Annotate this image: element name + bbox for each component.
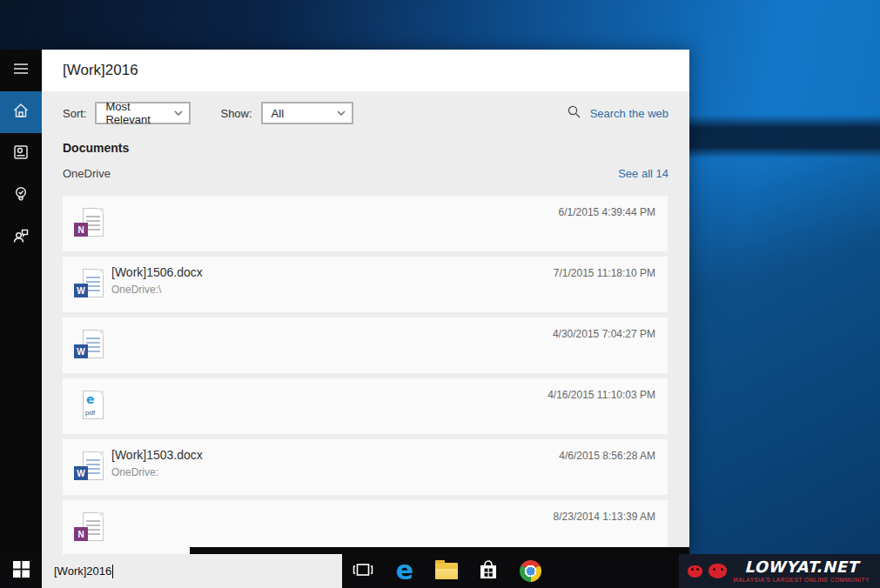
result-row[interactable]: W 4/30/2015 7:04:27 PM xyxy=(63,317,668,373)
group-label: OneDrive xyxy=(63,167,111,181)
onenote-document-icon: N xyxy=(75,511,104,545)
watermark-name: LOWYAT.NET xyxy=(744,559,858,575)
search-icon xyxy=(567,104,581,123)
person-feedback-icon xyxy=(12,227,30,248)
search-query-title: [Work]2016 xyxy=(63,62,138,79)
home-button[interactable] xyxy=(0,91,42,133)
result-subtitle: OneDrive: xyxy=(111,466,158,478)
result-date: 7/1/2015 11:18:10 PM xyxy=(554,267,655,279)
cortana-sidebar xyxy=(0,50,42,554)
text-cursor xyxy=(112,565,113,578)
lowyat-watermark: LOWYAT.NET MALAYSIA'S LARGEST ONLINE COM… xyxy=(679,554,880,588)
start-button[interactable] xyxy=(0,554,42,588)
onenote-document-icon: N xyxy=(75,207,104,240)
result-date: 4/30/2015 7:04:27 PM xyxy=(553,328,655,340)
watermark-tagline: MALAYSIA'S LARGEST ONLINE COMMUNITY xyxy=(733,577,870,583)
file-explorer-button[interactable] xyxy=(426,554,467,588)
file-explorer-icon xyxy=(435,563,458,579)
menu-button[interactable] xyxy=(0,50,42,91)
chrome-icon xyxy=(520,560,541,582)
taskbar-search-input[interactable]: [Work]2016 xyxy=(42,554,342,588)
sort-dropdown[interactable]: Most Relevant xyxy=(95,102,191,124)
notebook-button[interactable] xyxy=(0,133,42,175)
result-row[interactable]: W [Work]1503.docx OneDrive: 4/6/2015 8:5… xyxy=(63,439,668,495)
result-date: 4/16/2015 11:10:03 PM xyxy=(547,389,655,401)
edge-pdf-document-icon: e pdf xyxy=(75,390,104,423)
show-label: Show: xyxy=(220,107,252,120)
word-document-icon: W xyxy=(75,268,104,301)
result-title: [Work]1503.docx xyxy=(111,448,203,462)
store-icon xyxy=(478,558,499,585)
redaction-bar xyxy=(190,547,689,554)
result-date: 8/23/2014 1:13:39 AM xyxy=(554,511,655,523)
taskbar-search-value: [Work]2016 xyxy=(54,565,111,578)
result-date: 6/1/2015 4:39:44 PM xyxy=(559,206,655,218)
edge-icon: e xyxy=(396,559,413,583)
chrome-button[interactable] xyxy=(509,554,551,588)
word-document-icon: W xyxy=(75,451,104,484)
result-row[interactable]: e pdf 4/16/2015 11:10:03 PM xyxy=(63,378,668,434)
notebook-icon xyxy=(12,144,30,164)
panel-header: [Work]2016 xyxy=(42,50,689,91)
reminders-button[interactable] xyxy=(0,175,42,217)
show-dropdown[interactable]: All xyxy=(261,102,353,124)
show-dropdown-value: All xyxy=(272,107,284,120)
result-title: [Work]1506.docx xyxy=(111,265,203,279)
sort-label: Sort: xyxy=(63,107,86,120)
chevron-down-icon xyxy=(337,110,346,116)
lightbulb-check-icon xyxy=(12,185,30,206)
devil-face-icon xyxy=(688,565,702,578)
result-row[interactable]: W [Work]1506.docx OneDrive:\ 7/1/2015 11… xyxy=(63,257,668,312)
search-results-panel: [Work]2016 Sort: Most Relevant Show: All… xyxy=(42,50,689,554)
hamburger-icon xyxy=(12,60,30,81)
taskbar: [Work]2016 e LOWYAT.NET MALAYSIA'S LARGE… xyxy=(0,554,880,588)
devil-face-icon xyxy=(709,564,727,578)
filter-bar: Sort: Most Relevant Show: All Search the… xyxy=(42,91,689,135)
section-heading: Documents xyxy=(63,141,668,155)
sort-dropdown-value: Most Relevant xyxy=(105,100,167,126)
result-row[interactable]: N 6/1/2015 4:39:44 PM xyxy=(63,196,668,251)
edge-button[interactable]: e xyxy=(384,554,426,588)
see-all-link[interactable]: See all 14 xyxy=(618,167,668,181)
search-the-web-link[interactable]: Search the web xyxy=(567,104,668,123)
group-row: OneDrive See all 14 xyxy=(63,167,668,181)
feedback-button[interactable] xyxy=(0,217,42,258)
result-subtitle: OneDrive:\ xyxy=(111,284,161,296)
windows-logo-icon xyxy=(13,561,30,581)
word-document-icon: W xyxy=(75,329,104,362)
chevron-down-icon xyxy=(174,110,183,116)
task-view-icon xyxy=(352,562,374,581)
home-icon xyxy=(12,102,30,123)
results-list: N 6/1/2015 4:39:44 PM W [Work]1506.docx … xyxy=(42,196,689,554)
result-date: 4/6/2015 8:56:28 AM xyxy=(559,450,655,462)
result-row[interactable]: N 8/23/2014 1:13:39 AM xyxy=(63,500,668,554)
search-the-web-label: Search the web xyxy=(590,107,668,120)
task-view-button[interactable] xyxy=(342,554,384,588)
store-button[interactable] xyxy=(467,554,509,588)
